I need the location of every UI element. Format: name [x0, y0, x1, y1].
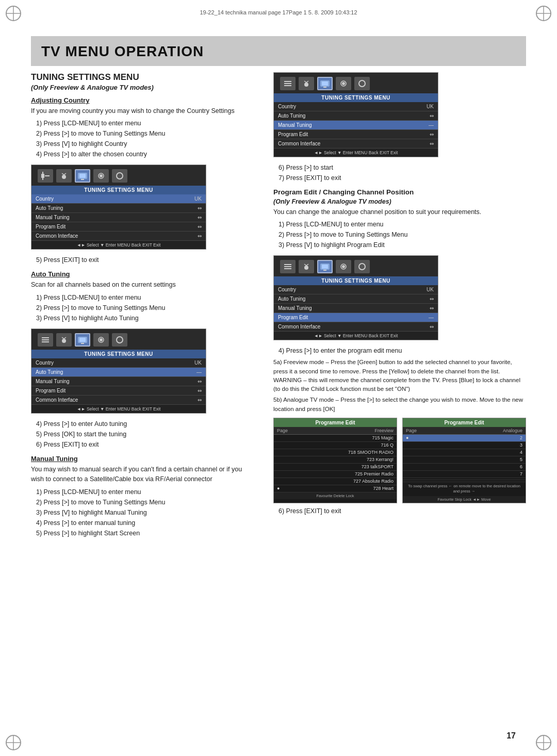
tv-menu3-row-programedit: Program Edit ⇔: [274, 130, 438, 139]
svg-rect-56: [322, 265, 328, 269]
prog-edit-freeview: Programme Edit Page Freeview 715 Magic 7…: [273, 418, 397, 503]
freeview-row-727: 727 Absolute Radio: [274, 478, 397, 485]
tv-menu1-row-programedit: Program Edit ⇔: [31, 222, 206, 232]
corner-bottom-left: [4, 733, 23, 752]
at-step-4: 4) Press [>] to enter Auto tuning: [31, 419, 253, 429]
corner-top-right: [534, 4, 553, 23]
svg-point-48: [359, 80, 365, 87]
icon2-tv-active: [75, 333, 90, 347]
tv-menu4-row-country: Country UK: [274, 285, 438, 294]
tv-menu1-row-autotuning: Auto Tuning ⇔: [31, 204, 206, 213]
svg-rect-32: [79, 338, 86, 342]
main-content: TUNING SETTINGS MENU (Only Freeview & An…: [31, 67, 526, 725]
mt-step-2: 2) Press [>] to move to Tuning Settings …: [31, 497, 253, 507]
tv-screen-2: TUNING SETTINGS MENU Country UK Auto Tun…: [31, 328, 206, 414]
icon-settings: [93, 169, 109, 183]
program-edit-intro: You can change the analogue channel posi…: [273, 207, 526, 217]
adj-step-2: 2) Press [>] to move to Tuning Settings …: [31, 128, 253, 139]
tv-menu4-row-commoninterface: Common Interface ⇔: [274, 322, 438, 332]
page-number: 17: [506, 731, 516, 741]
tv-menu2-row-programedit: Program Edit ⇔: [31, 386, 206, 396]
freeview-row-715: 715 Magic: [274, 435, 397, 442]
analogue-row-4: 4: [403, 449, 526, 456]
tv-menu2-footer: ◄► Select ▼ Enter MENU Back EXIT Exit: [31, 405, 206, 413]
pe-step-4: 4) Press [>] to enter the program edit m…: [273, 346, 526, 356]
pe-step-3: 3) Press [V] to highlight Program Edit: [273, 240, 526, 250]
pe-step-2: 2) Press [>] to move to Tuning Settings …: [273, 229, 526, 240]
tv-menu3-title: TUNING SETTINGS MENU: [274, 93, 438, 102]
tv-menu1-row-manualtuning: Manual Tuning ⇔: [31, 213, 206, 222]
prog-edit-analogue-title: Programme Edit: [403, 418, 526, 427]
prog-edit-freeview-footer: Favourite Delete Lock: [274, 492, 397, 499]
svg-line-17: [62, 173, 64, 175]
tv-menu3-footer: ◄► Select ▼ Enter MENU Back EXIT Exit: [274, 149, 438, 157]
manual-tuning-intro: You may wish to manual search if you can…: [31, 465, 253, 485]
tv-menu2-row-country: Country UK: [31, 358, 206, 368]
analogue-row-3: 3: [403, 442, 526, 449]
tv-menu3-row-commoninterface: Common Interface ⇔: [274, 139, 438, 149]
corner-top-left: [4, 4, 23, 23]
adj-step-4: 4) Press [>] to alter the chosen country: [31, 149, 253, 159]
prog-edit-analogue-footer: Favourite Skip Lock ◄► Move: [403, 496, 526, 503]
svg-line-18: [64, 173, 66, 175]
icon2-circle: [112, 333, 127, 347]
icon4-antenna: [299, 260, 314, 273]
svg-point-16: [62, 175, 66, 179]
tv-menu4-row-programedit: Program Edit —: [274, 313, 438, 322]
svg-rect-33: [81, 343, 84, 344]
left-column: TUNING SETTINGS MENU (Only Freeview & An…: [31, 67, 263, 725]
freeview-row-723a: 723 Kerrang!: [274, 456, 397, 464]
svg-point-22: [100, 174, 103, 177]
icon3-antenna: [299, 77, 314, 90]
pe-step-1: 1) Press [LCD-MENU] to enter menu: [273, 219, 526, 229]
at-step-2: 2) Press [>] to move to Tuning Settings …: [31, 303, 253, 313]
svg-point-36: [117, 337, 123, 343]
tv-screen-3: TUNING SETTINGS MENU Country UK Auto Tun…: [273, 72, 438, 157]
svg-point-28: [62, 339, 66, 343]
tuning-settings-subheading: (Only Freeview & Analogue TV modes): [31, 84, 253, 91]
program-edit-heading: Program Edit / Changing Channel Position: [273, 188, 526, 196]
freeview-row-728: ●728 Heart: [274, 485, 397, 492]
tv-menu3-row-country: Country UK: [274, 102, 438, 111]
tv-screen-4: TUNING SETTINGS MENU Country UK Auto Tun…: [273, 255, 438, 340]
mt-step-1: 1) Press [LCD-MENU] to enter menu: [31, 487, 253, 497]
mt-step-3: 3) Press [V] to highlight Manual Tuning: [31, 507, 253, 518]
pe-step-5a: 5a) Freeview mode – Press the [Green] bu…: [273, 358, 526, 393]
svg-line-53: [304, 264, 306, 266]
tv-menu1-row-country: Country UK: [31, 194, 206, 204]
svg-line-42: [306, 81, 308, 83]
svg-line-29: [62, 337, 64, 339]
svg-rect-12: [41, 174, 44, 178]
corner-bottom-right: [534, 733, 553, 752]
analogue-row-6: 6: [403, 464, 526, 471]
tv-menu4-title: TUNING SETTINGS MENU: [274, 276, 438, 285]
analogue-row-5: 5: [403, 456, 526, 464]
tv-screen-1: TUNING SETTINGS MENU Country UK Auto Tun…: [31, 165, 206, 250]
svg-rect-44: [322, 81, 328, 86]
tv-menu2-row-commoninterface: Common Interface ⇔: [31, 396, 206, 405]
at-step-5: 5) Press [OK] to start the tuning: [31, 429, 253, 439]
analogue-row-2: ●2: [403, 435, 526, 442]
page-title: TV MENU OPERATION: [41, 43, 516, 60]
prog-edit-freeview-title: Programme Edit: [274, 418, 397, 427]
at-step-1: 1) Press [LCD-MENU] to enter menu: [31, 292, 253, 303]
svg-line-54: [306, 264, 308, 266]
svg-line-30: [64, 337, 66, 339]
manual-tuning-heading: Manual Tuning: [31, 455, 253, 463]
svg-point-24: [117, 173, 123, 179]
at-step-6: 6) Press [EXIT] to exit: [31, 439, 253, 450]
adj-step-1: 1) Press [LCD-MENU] to enter menu: [31, 118, 253, 128]
pe-step-5b: 5b) Analogue TV mode – Press the [>] to …: [273, 396, 526, 414]
adj-step-5: 5) Press [EXIT] to exit: [31, 255, 253, 265]
prog-edit-analogue: Programme Edit Page Analogue ●2 3 4 5 6 …: [402, 418, 526, 503]
tuning-settings-heading: TUNING SETTINGS MENU: [31, 72, 253, 83]
final-step-6: 6) Press [EXIT] to exit: [273, 506, 526, 516]
icon4-tv-active: [317, 260, 333, 273]
mt-step-5: 5) Press [>] to highlight Start Screen: [31, 528, 253, 538]
tv-menu4-footer: ◄► Select ▼ Enter MENU Back EXIT Exit: [274, 332, 438, 340]
prog-edit-analogue-header: Page Analogue: [403, 427, 526, 435]
icon-tv-active: [75, 169, 90, 183]
freeview-row-723b: 723 talkSPORT: [274, 464, 397, 471]
program-edit-subheading: (Only Freeview & Analogue TV modes): [273, 198, 526, 205]
icon4-tools: [280, 260, 296, 273]
